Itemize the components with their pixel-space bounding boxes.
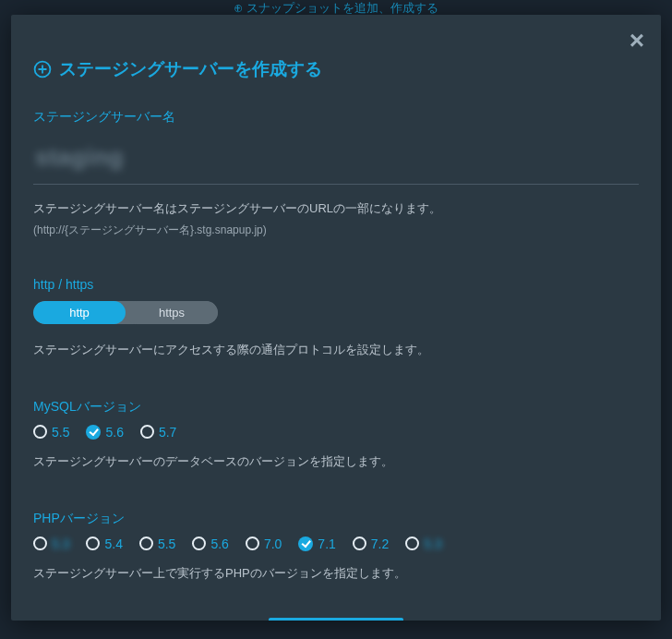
radio-unchecked-icon xyxy=(353,537,366,550)
radio-label: 5.5 xyxy=(52,425,69,440)
php-option-7[interactable]: 5.3 xyxy=(405,537,441,551)
radio-label: 5.5 xyxy=(158,537,175,551)
php-option-1[interactable]: 5.4 xyxy=(86,537,122,551)
submit-row: 追加 xyxy=(33,618,639,621)
radio-label: 5.6 xyxy=(210,537,228,551)
radio-checked-icon xyxy=(298,537,313,551)
radio-label: 5.4 xyxy=(104,537,122,551)
plus-circle-icon xyxy=(33,60,52,78)
mysql-hint: ステージングサーバーのデータベースのバージョンを指定します。 xyxy=(33,451,639,474)
radio-label: 5.6 xyxy=(105,425,123,440)
mysql-option-5-5[interactable]: 5.5 xyxy=(33,425,69,440)
radio-label: 7.2 xyxy=(371,537,389,551)
php-radio-row: 5.35.45.55.67.07.17.25.3 xyxy=(33,537,639,551)
mysql-section: MySQLバージョン 5.55.65.7 ステージングサーバーのデータベースのバ… xyxy=(33,399,639,474)
name-input-row xyxy=(33,135,639,185)
php-section: PHPバージョン 5.35.45.55.67.07.17.25.3 ステージング… xyxy=(33,511,639,585)
radio-unchecked-icon xyxy=(139,537,153,550)
radio-label: 7.1 xyxy=(318,537,335,551)
protocol-hint: ステージングサーバーにアクセスする際の通信プロトコルを設定します。 xyxy=(33,339,639,362)
radio-label: 5.3 xyxy=(52,537,69,551)
php-option-5[interactable]: 7.1 xyxy=(298,537,335,551)
radio-checked-icon xyxy=(86,425,101,440)
radio-unchecked-icon xyxy=(86,537,100,550)
radio-unchecked-icon xyxy=(140,425,154,439)
name-section-label: ステージングサーバー名 xyxy=(33,109,639,126)
php-option-3[interactable]: 5.6 xyxy=(192,537,228,551)
radio-unchecked-icon xyxy=(33,537,47,550)
protocol-option-https[interactable]: https xyxy=(126,301,218,324)
radio-unchecked-icon xyxy=(33,425,47,439)
php-option-4[interactable]: 7.0 xyxy=(246,537,282,551)
mysql-radio-row: 5.55.65.7 xyxy=(33,425,639,440)
protocol-option-http[interactable]: http xyxy=(33,301,126,324)
close-button[interactable]: × xyxy=(626,24,648,57)
name-hint-2: (http://{ステージングサーバー名}.stg.snapup.jp) xyxy=(33,221,639,241)
mysql-section-label: MySQLバージョン xyxy=(33,399,639,416)
modal-title: ステージングサーバーを作成する xyxy=(33,57,639,81)
php-option-2[interactable]: 5.5 xyxy=(139,537,175,551)
php-section-label: PHPバージョン xyxy=(33,511,639,527)
protocol-section-label: http / https xyxy=(33,277,639,292)
name-hint-1: ステージングサーバー名はステージングサーバーのURLの一部になります。 xyxy=(33,198,639,221)
submit-button[interactable]: 追加 xyxy=(269,618,403,621)
modal-title-text: ステージングサーバーを作成する xyxy=(59,57,322,81)
radio-label: 5.3 xyxy=(424,537,441,551)
modal-dialog: × ステージングサーバーを作成する ステージングサーバー名 ステージングサーバー… xyxy=(11,15,661,621)
radio-unchecked-icon xyxy=(246,537,259,550)
radio-label: 7.0 xyxy=(264,537,282,551)
radio-unchecked-icon xyxy=(405,537,419,550)
mysql-option-5-6[interactable]: 5.6 xyxy=(86,425,123,440)
protocol-section: http / https http https ステージングサーバーにアクセスす… xyxy=(33,277,639,362)
protocol-toggle: http https xyxy=(33,301,218,324)
php-hint: ステージングサーバー上で実行するPHPのバージョンを指定します。 xyxy=(33,562,639,585)
mysql-option-5-7[interactable]: 5.7 xyxy=(140,425,176,440)
php-option-6[interactable]: 7.2 xyxy=(353,537,389,551)
php-option-0[interactable]: 5.3 xyxy=(33,537,69,551)
radio-label: 5.7 xyxy=(159,425,176,440)
staging-name-input[interactable] xyxy=(33,142,642,173)
radio-unchecked-icon xyxy=(192,537,206,550)
